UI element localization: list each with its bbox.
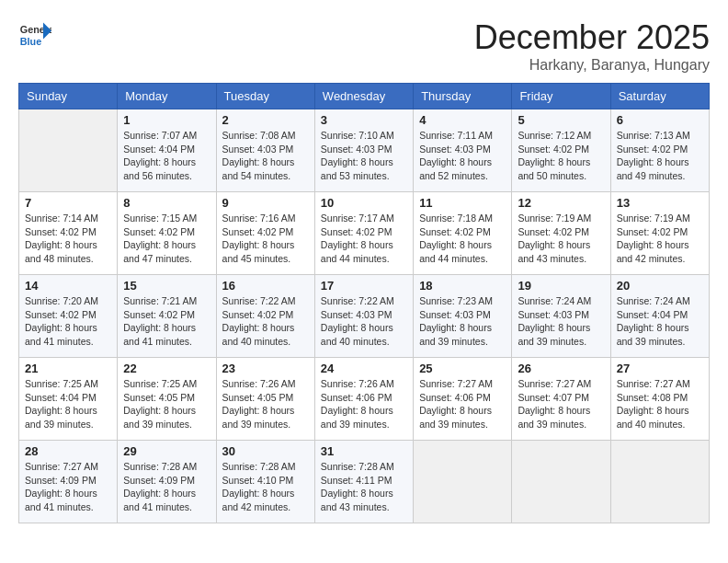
calendar-cell: 3Sunrise: 7:10 AMSunset: 4:03 PMDaylight… (314, 109, 413, 192)
calendar-cell: 15Sunrise: 7:21 AMSunset: 4:02 PMDayligh… (118, 275, 216, 358)
day-number: 18 (419, 279, 506, 293)
day-info: Sunrise: 7:11 AMSunset: 4:03 PMDaylight:… (419, 129, 506, 183)
logo-icon: General Blue (18, 18, 51, 52)
weekday-header-row: SundayMondayTuesdayWednesdayThursdayFrid… (19, 84, 710, 109)
day-number: 19 (518, 279, 604, 293)
day-info: Sunrise: 7:22 AMSunset: 4:02 PMDaylight:… (222, 294, 309, 349)
calendar-cell: 25Sunrise: 7:27 AMSunset: 4:06 PMDayligh… (414, 358, 512, 441)
day-number: 24 (321, 362, 407, 375)
calendar-cell: 14Sunrise: 7:20 AMSunset: 4:02 PMDayligh… (19, 275, 118, 358)
day-info: Sunrise: 7:23 AMSunset: 4:03 PMDaylight:… (419, 294, 506, 349)
weekday-thursday: Thursday (414, 84, 512, 109)
calendar-cell: 8Sunrise: 7:15 AMSunset: 4:02 PMDaylight… (118, 192, 216, 275)
day-info: Sunrise: 7:07 AMSunset: 4:04 PMDaylight:… (123, 129, 210, 183)
weekday-saturday: Saturday (610, 84, 709, 109)
calendar-cell: 4Sunrise: 7:11 AMSunset: 4:03 PMDaylight… (414, 109, 512, 192)
weekday-wednesday: Wednesday (314, 84, 413, 109)
calendar-cell: 13Sunrise: 7:19 AMSunset: 4:02 PMDayligh… (610, 192, 709, 275)
day-info: Sunrise: 7:18 AMSunset: 4:02 PMDaylight:… (419, 212, 506, 266)
calendar-cell: 31Sunrise: 7:28 AMSunset: 4:11 PMDayligh… (314, 441, 413, 523)
day-info: Sunrise: 7:19 AMSunset: 4:02 PMDaylight:… (518, 212, 604, 266)
calendar-week-3: 21Sunrise: 7:25 AMSunset: 4:04 PMDayligh… (19, 358, 710, 441)
calendar-cell: 6Sunrise: 7:13 AMSunset: 4:02 PMDaylight… (610, 109, 709, 192)
day-info: Sunrise: 7:12 AMSunset: 4:02 PMDaylight:… (518, 129, 604, 183)
day-number: 3 (321, 113, 407, 127)
day-info: Sunrise: 7:08 AMSunset: 4:03 PMDaylight:… (222, 129, 309, 183)
day-info: Sunrise: 7:22 AMSunset: 4:03 PMDaylight:… (321, 294, 407, 349)
day-number: 26 (518, 362, 604, 375)
day-number: 9 (222, 196, 309, 210)
calendar-week-2: 14Sunrise: 7:20 AMSunset: 4:02 PMDayligh… (19, 275, 710, 358)
day-number: 5 (518, 113, 604, 127)
title-area: December 2025 Harkany, Baranya, Hungary (474, 18, 710, 74)
day-number: 14 (25, 279, 111, 293)
day-info: Sunrise: 7:28 AMSunset: 4:10 PMDaylight:… (222, 460, 309, 514)
day-number: 6 (617, 113, 703, 127)
day-info: Sunrise: 7:19 AMSunset: 4:02 PMDaylight:… (617, 212, 703, 266)
day-info: Sunrise: 7:20 AMSunset: 4:02 PMDaylight:… (25, 294, 111, 349)
day-number: 20 (617, 279, 703, 293)
calendar-cell: 9Sunrise: 7:16 AMSunset: 4:02 PMDaylight… (216, 192, 314, 275)
calendar-cell (414, 441, 512, 523)
day-number: 13 (617, 196, 703, 210)
calendar-cell: 21Sunrise: 7:25 AMSunset: 4:04 PMDayligh… (19, 358, 118, 441)
day-number: 16 (222, 279, 309, 293)
calendar-cell: 1Sunrise: 7:07 AMSunset: 4:04 PMDaylight… (118, 109, 216, 192)
calendar-body: 1Sunrise: 7:07 AMSunset: 4:04 PMDaylight… (19, 109, 710, 523)
day-info: Sunrise: 7:25 AMSunset: 4:05 PMDaylight:… (123, 377, 210, 431)
day-info: Sunrise: 7:28 AMSunset: 4:11 PMDaylight:… (321, 460, 407, 514)
logo: General Blue (18, 18, 51, 52)
day-info: Sunrise: 7:21 AMSunset: 4:02 PMDaylight:… (123, 294, 210, 349)
day-info: Sunrise: 7:26 AMSunset: 4:06 PMDaylight:… (321, 377, 407, 431)
day-number: 10 (321, 196, 407, 210)
day-number: 8 (123, 196, 210, 210)
day-info: Sunrise: 7:10 AMSunset: 4:03 PMDaylight:… (321, 129, 407, 183)
day-number: 27 (617, 362, 703, 375)
month-title: December 2025 (474, 18, 710, 57)
calendar-cell: 26Sunrise: 7:27 AMSunset: 4:07 PMDayligh… (512, 358, 610, 441)
calendar-week-4: 28Sunrise: 7:27 AMSunset: 4:09 PMDayligh… (19, 441, 710, 523)
day-number: 7 (25, 196, 111, 210)
day-number: 15 (123, 279, 210, 293)
header: General Blue December 2025 Harkany, Bara… (18, 18, 710, 74)
day-info: Sunrise: 7:15 AMSunset: 4:02 PMDaylight:… (123, 212, 210, 266)
calendar-cell: 16Sunrise: 7:22 AMSunset: 4:02 PMDayligh… (216, 275, 314, 358)
day-number: 22 (123, 362, 210, 375)
day-info: Sunrise: 7:27 AMSunset: 4:07 PMDaylight:… (518, 377, 604, 431)
weekday-sunday: Sunday (19, 84, 118, 109)
day-info: Sunrise: 7:27 AMSunset: 4:08 PMDaylight:… (617, 377, 703, 431)
calendar-cell: 17Sunrise: 7:22 AMSunset: 4:03 PMDayligh… (314, 275, 413, 358)
calendar-cell: 28Sunrise: 7:27 AMSunset: 4:09 PMDayligh… (19, 441, 118, 523)
day-info: Sunrise: 7:24 AMSunset: 4:03 PMDaylight:… (518, 294, 604, 349)
calendar-cell (512, 441, 610, 523)
calendar-cell: 5Sunrise: 7:12 AMSunset: 4:02 PMDaylight… (512, 109, 610, 192)
svg-text:Blue: Blue (20, 36, 41, 47)
day-number: 21 (25, 362, 111, 375)
day-info: Sunrise: 7:14 AMSunset: 4:02 PMDaylight:… (25, 212, 111, 266)
calendar-week-0: 1Sunrise: 7:07 AMSunset: 4:04 PMDaylight… (19, 109, 710, 192)
calendar-cell: 29Sunrise: 7:28 AMSunset: 4:09 PMDayligh… (118, 441, 216, 523)
day-number: 17 (321, 279, 407, 293)
day-info: Sunrise: 7:25 AMSunset: 4:04 PMDaylight:… (25, 377, 111, 431)
day-number: 23 (222, 362, 309, 375)
calendar-cell: 27Sunrise: 7:27 AMSunset: 4:08 PMDayligh… (610, 358, 709, 441)
calendar-cell (610, 441, 709, 523)
day-info: Sunrise: 7:28 AMSunset: 4:09 PMDaylight:… (123, 460, 210, 514)
day-info: Sunrise: 7:26 AMSunset: 4:05 PMDaylight:… (222, 377, 309, 431)
calendar-cell: 11Sunrise: 7:18 AMSunset: 4:02 PMDayligh… (414, 192, 512, 275)
calendar-cell: 12Sunrise: 7:19 AMSunset: 4:02 PMDayligh… (512, 192, 610, 275)
day-number: 25 (419, 362, 506, 375)
calendar-week-1: 7Sunrise: 7:14 AMSunset: 4:02 PMDaylight… (19, 192, 710, 275)
calendar-cell: 19Sunrise: 7:24 AMSunset: 4:03 PMDayligh… (512, 275, 610, 358)
calendar-cell: 23Sunrise: 7:26 AMSunset: 4:05 PMDayligh… (216, 358, 314, 441)
day-info: Sunrise: 7:24 AMSunset: 4:04 PMDaylight:… (617, 294, 703, 349)
day-number: 30 (222, 444, 309, 458)
day-number: 1 (123, 113, 210, 127)
weekday-monday: Monday (118, 84, 216, 109)
calendar-cell: 18Sunrise: 7:23 AMSunset: 4:03 PMDayligh… (414, 275, 512, 358)
calendar-cell: 2Sunrise: 7:08 AMSunset: 4:03 PMDaylight… (216, 109, 314, 192)
day-number: 29 (123, 444, 210, 458)
day-number: 31 (321, 444, 407, 458)
calendar-cell: 22Sunrise: 7:25 AMSunset: 4:05 PMDayligh… (118, 358, 216, 441)
weekday-friday: Friday (512, 84, 610, 109)
